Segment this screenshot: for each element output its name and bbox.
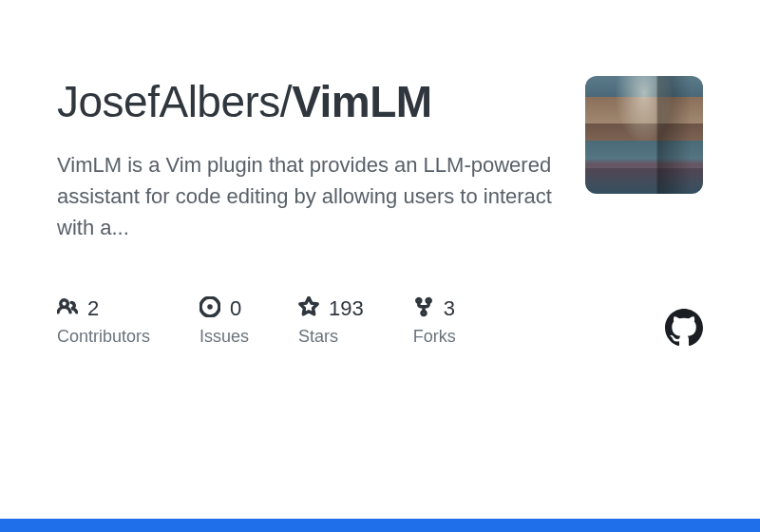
accent-bar: [0, 519, 760, 532]
fork-icon: [413, 296, 434, 321]
stat-contributors[interactable]: 2 Contributors: [57, 296, 150, 347]
repo-separator: /: [280, 77, 292, 126]
repo-name: VimLM: [292, 77, 431, 126]
stat-top: 2: [57, 296, 150, 321]
stat-label: Contributors: [57, 327, 150, 347]
issue-icon: [200, 296, 220, 321]
star-icon: [298, 296, 319, 321]
stat-label: Stars: [298, 327, 364, 347]
stat-issues[interactable]: 0 Issues: [200, 296, 249, 347]
stat-top: 193: [298, 296, 364, 321]
stat-label: Forks: [413, 327, 456, 347]
stats-group: 2 Contributors 0 Issues 193: [57, 296, 456, 347]
stat-label: Issues: [200, 327, 249, 347]
stat-count: 0: [230, 296, 241, 321]
title-block: JosefAlbers/VimLM VimLM is a Vim plugin …: [57, 76, 562, 243]
repo-title[interactable]: JosefAlbers/VimLM: [57, 76, 562, 128]
stat-count: 2: [87, 296, 99, 321]
avatar[interactable]: [585, 76, 703, 194]
stat-top: 3: [413, 296, 456, 321]
stats-row: 2 Contributors 0 Issues 193: [57, 296, 703, 347]
stat-count: 193: [329, 296, 364, 321]
stat-count: 3: [444, 296, 455, 321]
header-row: JosefAlbers/VimLM VimLM is a Vim plugin …: [57, 76, 703, 243]
stat-top: 0: [200, 296, 249, 321]
repo-description: VimLM is a Vim plugin that provides an L…: [57, 149, 562, 243]
repo-owner: JosefAlbers: [57, 77, 280, 126]
people-icon: [57, 296, 78, 321]
stat-forks[interactable]: 3 Forks: [413, 296, 456, 347]
stat-stars[interactable]: 193 Stars: [298, 296, 364, 347]
github-logo-icon[interactable]: [665, 309, 703, 347]
repo-social-card: JosefAlbers/VimLM VimLM is a Vim plugin …: [0, 0, 760, 532]
